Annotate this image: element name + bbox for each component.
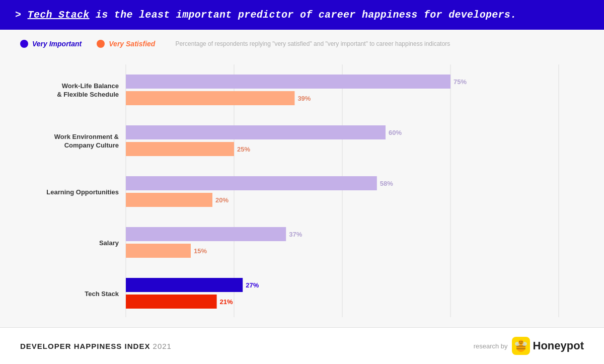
svg-text:Tech Stack: Tech Stack	[85, 290, 119, 298]
honeypot-brand: Honeypot	[533, 339, 584, 352]
legend-important: Very Important	[20, 40, 82, 48]
svg-text:15%: 15%	[194, 247, 207, 255]
svg-point-46	[519, 341, 520, 342]
svg-rect-11	[126, 75, 450, 89]
svg-text:Company Culture: Company Culture	[64, 141, 119, 149]
research-by-text: research by	[474, 342, 508, 350]
header-banner: > Tech Stack is the least important pred…	[0, 0, 604, 30]
svg-rect-35	[126, 295, 217, 309]
svg-text:75%: 75%	[454, 78, 467, 86]
footer: DEVELOPER HAPPINESS INDEX 2021 research …	[0, 327, 604, 364]
satisfied-label: Very Satisfied	[109, 40, 155, 48]
svg-rect-17	[126, 125, 386, 139]
svg-text:25%: 25%	[237, 145, 250, 153]
svg-text:20%: 20%	[215, 196, 229, 204]
svg-rect-13	[126, 91, 294, 105]
footer-title-text: DEVELOPER HAPPINESS INDEX	[20, 342, 150, 350]
svg-text:Work Environment &: Work Environment &	[54, 133, 119, 140]
svg-rect-30	[126, 244, 191, 258]
svg-rect-28	[126, 227, 286, 241]
svg-rect-23	[126, 176, 377, 190]
svg-rect-42	[516, 348, 525, 349]
satisfied-dot	[97, 40, 105, 48]
footer-right: research by	[474, 337, 584, 355]
svg-text:21%: 21%	[220, 298, 233, 306]
svg-text:58%: 58%	[380, 180, 393, 187]
main-container: > Tech Stack is the least important pred…	[0, 0, 604, 364]
svg-text:Salary: Salary	[99, 239, 119, 247]
legend-satisfied: Very Satisfied	[97, 40, 155, 48]
legend-row: Very Important Very Satisfied Percentage…	[20, 40, 584, 48]
svg-point-45	[518, 340, 523, 345]
chart-svg: 0%25%50%75%100%75%39%Work-Life Balance& …	[20, 59, 584, 317]
svg-rect-19	[126, 142, 234, 156]
svg-point-47	[521, 341, 522, 342]
svg-text:& Flexible Schedule: & Flexible Schedule	[57, 91, 119, 98]
header-prefix: >	[15, 9, 28, 21]
honeypot-icon	[512, 337, 530, 355]
svg-rect-25	[126, 193, 212, 207]
important-label: Very Important	[32, 40, 82, 48]
svg-text:27%: 27%	[246, 281, 259, 289]
svg-text:60%: 60%	[389, 129, 402, 136]
svg-text:37%: 37%	[289, 231, 302, 238]
chart-area: Very Important Very Satisfied Percentage…	[0, 30, 604, 327]
footer-year-val: 2021	[153, 342, 172, 350]
svg-text:Work-Life Balance: Work-Life Balance	[62, 82, 119, 90]
important-dot	[20, 40, 28, 48]
svg-text:39%: 39%	[297, 95, 311, 102]
honeypot-logo: Honeypot	[512, 337, 584, 355]
svg-text:Learning Opportunities: Learning Opportunities	[46, 188, 119, 196]
svg-rect-33	[126, 278, 243, 292]
chart-inner: 0%25%50%75%100%75%39%Work-Life Balance& …	[20, 59, 584, 317]
chart-wrapper: 0%25%50%75%100%75%39%Work-Life Balance& …	[20, 59, 584, 317]
header-suffix: is the least important predictor of care…	[90, 9, 517, 21]
header-highlight: Tech Stack	[28, 9, 90, 21]
legend-description: Percentage of respondents replying "very…	[175, 40, 450, 47]
footer-title: DEVELOPER HAPPINESS INDEX 2021	[20, 342, 172, 350]
